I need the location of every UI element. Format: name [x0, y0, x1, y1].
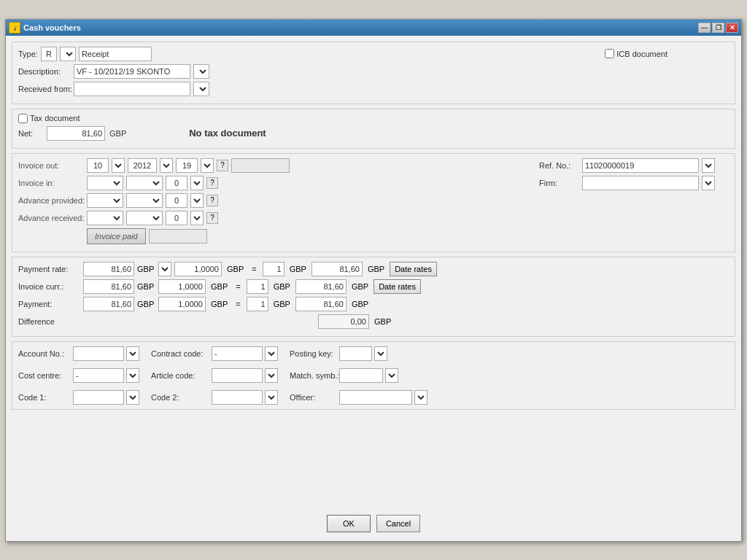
inv-out-extra[interactable] — [231, 158, 290, 173]
no-tax-text: No tax document — [189, 128, 266, 139]
difference-value[interactable] — [318, 314, 369, 329]
inv-out-month[interactable] — [87, 158, 109, 173]
inv-out-num-select[interactable] — [201, 158, 214, 173]
titlebar-buttons: — ❐ ✕ — [698, 23, 738, 33]
close-button[interactable]: ✕ — [726, 23, 738, 33]
invoice-curr-num[interactable] — [247, 279, 268, 294]
invoice-curr-date-rates-button[interactable]: Date rates — [374, 279, 421, 294]
type-input[interactable] — [41, 47, 57, 61]
description-select[interactable] — [193, 64, 209, 79]
article-code-select[interactable] — [265, 368, 278, 383]
invoice-curr-rate[interactable] — [158, 279, 206, 294]
payment-result[interactable] — [295, 297, 347, 311]
article-code-input[interactable] — [212, 368, 263, 383]
adv-recv-help[interactable]: ? — [206, 212, 218, 224]
officer-input[interactable] — [339, 390, 412, 405]
cost-centre-input[interactable] — [73, 368, 124, 383]
adv-prov-month-select[interactable] — [87, 193, 123, 208]
received-from-select[interactable] — [193, 82, 209, 96]
match-symb-input[interactable] — [339, 368, 383, 383]
receipt-input[interactable] — [79, 47, 152, 61]
restore-button[interactable]: ❐ — [712, 23, 724, 33]
invoice-paid-button[interactable]: Invoice paid — [87, 228, 146, 244]
ref-no-input[interactable] — [582, 158, 699, 173]
payment-rate-result[interactable] — [311, 262, 363, 276]
payment-rate-num[interactable] — [263, 262, 285, 276]
payment-rate-date-rates-button[interactable]: Date rates — [390, 262, 437, 276]
adv-prov-num[interactable] — [166, 193, 187, 208]
posting-key-select[interactable] — [374, 346, 387, 361]
account-inner: Account No.: Contract code: Posting key:… — [18, 346, 729, 405]
ref-no-select[interactable] — [702, 158, 715, 173]
adv-recv-month-select[interactable] — [87, 211, 123, 225]
firm-select[interactable] — [702, 176, 715, 190]
code1-input[interactable] — [73, 390, 124, 405]
account-row3: Code 1: Code 2: Officer: — [18, 390, 729, 405]
inv-in-num[interactable] — [166, 176, 187, 190]
difference-currency: GBP — [374, 317, 391, 326]
account-no-input[interactable] — [73, 346, 124, 361]
inv-out-year[interactable] — [128, 158, 157, 173]
window-content: Type: ICB document Description: Received… — [6, 36, 741, 541]
advance-provided-row: Advance provided: ? — [18, 193, 525, 208]
tax-document-checkbox[interactable] — [18, 114, 28, 123]
received-from-input[interactable] — [74, 82, 190, 96]
description-input[interactable] — [74, 64, 190, 79]
adv-prov-year-select[interactable] — [126, 193, 163, 208]
match-symb-label: Match. symb.: — [290, 371, 337, 380]
inv-in-help[interactable]: ? — [206, 177, 218, 189]
advance-received-label: Advance received: — [18, 214, 84, 222]
payment-rate2[interactable] — [158, 297, 206, 311]
invoice-curr-result[interactable] — [295, 279, 347, 294]
invoice-paid-input[interactable] — [149, 229, 207, 244]
invoice-in-row: Invoice in: ? — [18, 176, 525, 190]
net-input[interactable] — [47, 126, 105, 141]
minimize-button[interactable]: — — [698, 23, 711, 33]
contract-code-select[interactable] — [265, 346, 278, 361]
code2-input[interactable] — [212, 390, 263, 405]
inv-out-num[interactable] — [176, 158, 198, 173]
cancel-button[interactable]: Cancel — [376, 515, 420, 532]
type-select[interactable] — [60, 47, 76, 61]
contract-code-label: Contract code: — [151, 349, 209, 358]
tax-document-row: Tax document — [18, 114, 729, 123]
payment-rate-value[interactable] — [83, 262, 134, 276]
inv-out-year-select[interactable] — [160, 158, 173, 173]
payment-row: Payment: GBP GBP = GBP GBP — [18, 297, 729, 311]
inv-in-year-select[interactable] — [126, 176, 163, 190]
inv-in-num-select[interactable] — [190, 176, 204, 190]
officer-select[interactable] — [414, 390, 427, 405]
invoice-curr-value[interactable] — [83, 279, 134, 294]
firm-input[interactable] — [582, 176, 699, 190]
adv-recv-num-select[interactable] — [190, 211, 204, 225]
inv-out-month-select[interactable] — [112, 158, 125, 173]
invoice-curr-rate-currency: GBP — [211, 282, 228, 291]
invoice-paid-row: Invoice paid — [87, 228, 525, 244]
adv-recv-year-select[interactable] — [126, 211, 163, 225]
payment-rate-eq: = — [252, 265, 256, 273]
match-symb-select[interactable] — [385, 368, 398, 383]
code2-label: Code 2: — [151, 393, 209, 402]
bottom-buttons: OK Cancel — [12, 509, 735, 535]
payment-rate-currency-select[interactable] — [158, 262, 171, 276]
difference-label: Difference — [18, 317, 80, 326]
posting-key-input[interactable] — [339, 346, 372, 361]
ok-button[interactable]: OK — [327, 515, 371, 532]
cost-centre-select[interactable] — [126, 368, 139, 383]
contract-code-input[interactable] — [212, 346, 263, 361]
inv-out-help[interactable]: ? — [217, 160, 228, 171]
adv-prov-num-select[interactable] — [190, 193, 204, 208]
account-no-select[interactable] — [126, 346, 139, 361]
payment-num[interactable] — [247, 297, 268, 311]
rates-section: Payment rate: GBP GBP = GBP GBP Date rat… — [12, 257, 735, 337]
adv-recv-num[interactable] — [166, 211, 187, 225]
code2-select[interactable] — [265, 390, 278, 405]
payment-rate-rate[interactable] — [174, 262, 222, 276]
adv-prov-help[interactable]: ? — [206, 195, 218, 206]
payment-rate-num-currency: GBP — [290, 265, 306, 273]
icb-checkbox[interactable] — [605, 49, 614, 58]
inv-in-month-select[interactable] — [87, 176, 123, 190]
invoice-section: Invoice out: ? Invoice in: — [12, 153, 735, 252]
payment-value[interactable] — [83, 297, 134, 311]
code1-select[interactable] — [126, 390, 139, 405]
